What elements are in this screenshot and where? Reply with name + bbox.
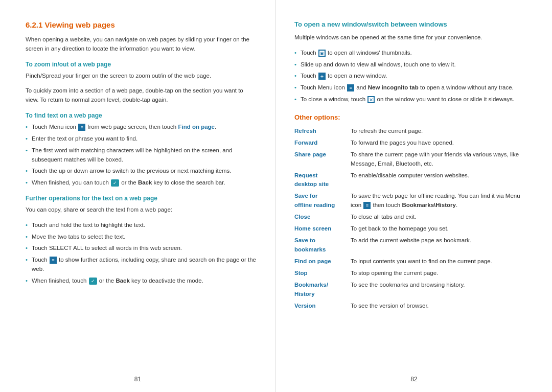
back-key-2: Back [116, 278, 130, 284]
left-page-number: 81 [134, 376, 141, 383]
option-desc-stop: To stop opening the current page. [351, 267, 526, 279]
new-window-bullets-list: Touch ▣ to open all windows' thumbnails.… [294, 49, 526, 104]
nw-bullet-3: Touch + to open a new window. [294, 72, 526, 81]
find-bullet-5: When finished, you can touch ✓ or the Ba… [26, 178, 257, 188]
option-desc-home: To get back to the homepage you set. [351, 223, 526, 235]
option-row-share-page: Share page To share the current page wit… [294, 149, 526, 170]
further-intro: You can copy, share or search the text f… [26, 205, 257, 215]
further-bullet-3: Touch SELECT ALL to select all words in … [26, 244, 257, 253]
option-row-version: Version To see the version of browser. [294, 300, 526, 312]
menu-icon-3: ≡ [347, 84, 354, 91]
menu-icon-1: ≡ [78, 124, 85, 131]
new-window-title: To open a new window/switch between wind… [294, 20, 526, 28]
find-bullet-3: The first word with matching characters … [26, 146, 257, 165]
back-key-1: Back [138, 179, 152, 186]
further-bullet-2: Move the two tabs to select the text. [26, 233, 257, 242]
check-icon-1: ✓ [111, 179, 119, 187]
zoom-text2: To quickly zoom into a section of a web … [26, 86, 257, 105]
left-page: 6.2.1 Viewing web pages When opening a w… [0, 0, 276, 392]
option-desc-refresh: To refresh the current page. [351, 125, 526, 137]
option-desc-save-bookmarks: To add the current website page as bookm… [351, 235, 526, 256]
option-name-request: Requestdesktop site [294, 170, 351, 191]
incognito-label: New incognito tab [368, 84, 419, 90]
zoom-text1: Pinch/Spread your finger on the screen t… [26, 72, 257, 81]
option-row-forward: Forward To forward the pages you have op… [294, 137, 526, 149]
find-title: To find text on a web page [26, 112, 257, 119]
option-name-bookmarks-history: Bookmarks/History [294, 279, 351, 300]
plus-icon: + [318, 73, 326, 80]
option-name-close: Close [294, 211, 351, 223]
intro-text: When opening a website, you can navigate… [26, 35, 257, 54]
further-bullet-5: When finished, touch ✓ or the Back key t… [26, 276, 257, 286]
nw-bullet-1: Touch ▣ to open all windows' thumbnails. [294, 49, 526, 58]
close-x-icon: ✕ [367, 96, 375, 103]
option-name-save-offline: Save foroffline reading [294, 190, 351, 211]
option-row-save-offline: Save foroffline reading To save the web … [294, 190, 526, 211]
check-icon-2: ✓ [89, 278, 97, 285]
option-desc-share-page: To share the current page with your frie… [351, 149, 526, 170]
zoom-title: To zoom in/out of a web page [26, 61, 257, 68]
option-desc-request: To enable/disable computer version websi… [351, 170, 526, 191]
options-table: Refresh To refresh the current page. For… [294, 125, 526, 312]
further-bullet-4: Touch ≡ to show further actions, includi… [26, 256, 257, 274]
nw-bullet-2: Slide up and down to view all windows, t… [294, 60, 526, 70]
section-title: 6.2.1 Viewing web pages [26, 20, 257, 29]
find-on-page-link: Find on page [178, 124, 215, 130]
find-bullets-list: Touch Menu icon ≡ from web page screen, … [26, 123, 257, 188]
nw-bullet-4: Touch Menu icon ≡ and New incognito tab … [294, 83, 526, 93]
page-layout: 6.2.1 Viewing web pages When opening a w… [0, 0, 552, 392]
menu-icon-4: ≡ [363, 202, 371, 209]
option-row-save-bookmarks: Save tobookmarks To add the current webs… [294, 235, 526, 256]
option-name-home: Home screen [294, 223, 351, 235]
bookmarks-history-label: Bookmarks\History [402, 202, 455, 208]
new-window-intro: Multiple windows can be opened at the sa… [294, 33, 526, 42]
option-row-close: Close To close all tabs and exit. [294, 211, 526, 223]
option-name-find-on-page: Find on page [294, 256, 351, 267]
option-name-version: Version [294, 300, 351, 312]
option-desc-version: To see the version of browser. [351, 300, 526, 312]
option-name-stop: Stop [294, 267, 351, 279]
option-desc-forward: To forward the pages you have opened. [351, 137, 526, 149]
option-name-share-page: Share page [294, 149, 351, 170]
option-row-refresh: Refresh To refresh the current page. [294, 125, 526, 137]
option-desc-save-offline: To save the web page for offline reading… [351, 190, 526, 211]
option-row-request: Requestdesktop site To enable/disable co… [294, 170, 526, 191]
option-desc-bookmarks-history: To see the bookmarks and browsing histor… [351, 279, 526, 300]
option-row-stop: Stop To stop opening the current page. [294, 267, 526, 279]
further-title: Further operations for the text on a web… [26, 195, 257, 202]
right-page-number: 82 [410, 376, 417, 383]
option-row-find-on-page: Find on page To input contents you want … [294, 256, 526, 267]
option-row-bookmarks-history: Bookmarks/History To see the bookmarks a… [294, 279, 526, 300]
option-row-home: Home screen To get back to the homepage … [294, 223, 526, 235]
option-desc-find-on-page: To input contents you want to find on th… [351, 256, 526, 267]
option-name-forward: Forward [294, 137, 351, 149]
windows-icon: ▣ [318, 50, 326, 57]
find-bullet-4: Touch the up or down arrow to switch to … [26, 167, 257, 176]
further-bullets-list: Touch and hold the text to highlight the… [26, 221, 257, 286]
option-desc-close: To close all tabs and exit. [351, 211, 526, 223]
right-page: To open a new window/switch between wind… [276, 0, 552, 392]
menu-icon-2: ≡ [50, 257, 57, 264]
nw-bullet-5: To close a window, touch ✕ on the window… [294, 95, 526, 104]
find-bullet-1: Touch Menu icon ≡ from web page screen, … [26, 123, 257, 132]
further-bullet-1: Touch and hold the text to highlight the… [26, 221, 257, 230]
find-bullet-2: Enter the text or phrase you want to fin… [26, 134, 257, 144]
option-name-save-bookmarks: Save tobookmarks [294, 235, 351, 256]
option-name-refresh: Refresh [294, 125, 351, 137]
other-options-title: Other options: [294, 113, 526, 121]
